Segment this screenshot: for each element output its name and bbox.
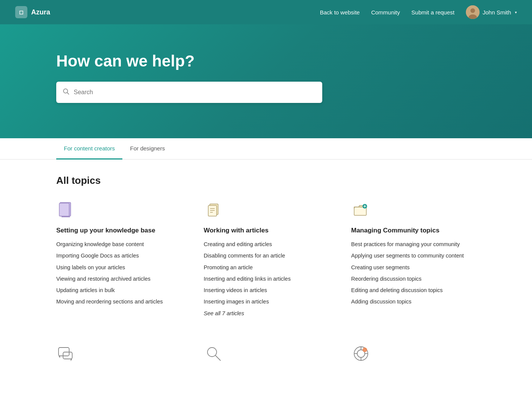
link-item[interactable]: Creating and editing articles — [204, 241, 272, 247]
topic-title-community: Managing Community topics — [351, 227, 476, 234]
link-item[interactable]: Viewing and restoring archived articles — [56, 276, 150, 282]
topic-card-lifesaver — [351, 344, 476, 370]
tabs-bar: For content creators For designers — [0, 138, 532, 160]
topic-title-knowledge-base: Setting up your knowledge base — [56, 227, 181, 234]
user-name: John Smith — [483, 9, 511, 16]
link-item[interactable]: Best practices for managing your communi… — [351, 241, 460, 247]
topic-card-working-articles: Working with articles Creating and editi… — [204, 200, 328, 321]
tab-designers[interactable]: For designers — [122, 138, 173, 160]
community-link[interactable]: Community — [371, 9, 400, 16]
svg-line-20 — [215, 356, 220, 360]
svg-point-27 — [363, 348, 367, 352]
link-item[interactable]: Disabling comments for an article — [204, 253, 285, 259]
search-bar[interactable] — [56, 82, 322, 103]
svg-rect-17 — [59, 348, 69, 356]
logo-icon: ◻ — [19, 9, 24, 15]
topic-title-working-articles: Working with articles — [204, 227, 328, 234]
topics-grid: Setting up your knowledge base Organizin… — [56, 200, 476, 321]
avatar — [466, 5, 480, 19]
topic-card-knowledge-base: Setting up your knowledge base Organizin… — [56, 200, 181, 321]
link-item[interactable]: Promoting an article — [204, 264, 253, 270]
chevron-down-icon: ▾ — [515, 10, 517, 14]
link-item[interactable]: Editing and deleting discussion topics — [351, 287, 443, 293]
search2-icon — [204, 344, 223, 363]
book-icon — [56, 200, 76, 220]
lifesaver-icon — [351, 344, 371, 363]
link-item[interactable]: Inserting and editing links in articles — [204, 276, 291, 282]
topic-card-search — [204, 344, 328, 370]
link-item[interactable]: Reordering discussion topics — [351, 276, 421, 282]
navbar: ◻ Azura Back to website Community Submit… — [0, 0, 532, 24]
nav-right: Back to website Community Submit a reque… — [320, 5, 517, 19]
svg-rect-6 — [59, 203, 69, 216]
hero-heading: How can we help? — [56, 52, 195, 70]
logo-box: ◻ — [15, 6, 27, 18]
svg-rect-9 — [208, 205, 217, 216]
link-item[interactable]: Importing Google Docs as articles — [56, 253, 139, 259]
community-folder-icon — [351, 200, 371, 220]
brand-name: Azura — [31, 8, 50, 16]
search-input[interactable] — [74, 89, 316, 96]
svg-rect-18 — [63, 352, 72, 359]
svg-point-1 — [470, 8, 475, 13]
main-content: All topics Setting up your knowledge bas… — [0, 160, 532, 386]
svg-line-4 — [67, 92, 69, 94]
back-to-website-link[interactable]: Back to website — [320, 9, 360, 16]
link-item[interactable]: Creating user segments — [351, 264, 410, 270]
topic-links-working-articles: Creating and editing articles Disabling … — [204, 240, 328, 317]
topic-links-knowledge-base: Organizing knowledge base content Import… — [56, 240, 181, 306]
chat-icon — [56, 344, 76, 363]
link-item[interactable]: Adding discussion topics — [351, 299, 412, 305]
link-item[interactable]: Organizing knowledge base content — [56, 241, 144, 247]
user-menu[interactable]: John Smith ▾ — [466, 5, 517, 19]
topic-card-community-topics: Managing Community topics Best practices… — [351, 200, 476, 321]
link-item[interactable]: Applying user segments to community cont… — [351, 253, 464, 259]
tab-content-creators[interactable]: For content creators — [56, 138, 122, 160]
link-item[interactable]: Moving and reordering sections and artic… — [56, 299, 163, 305]
nav-left: ◻ Azura — [15, 6, 50, 18]
submit-request-link[interactable]: Submit a request — [412, 9, 454, 16]
see-all-articles-link[interactable]: See all 7 articles — [204, 310, 244, 316]
articles-icon — [204, 200, 223, 220]
search-icon — [62, 88, 70, 97]
bottom-topics-row — [56, 344, 476, 370]
link-item[interactable]: Inserting images in articles — [204, 299, 269, 305]
link-item[interactable]: Inserting videos in articles — [204, 287, 267, 293]
link-item[interactable]: Updating articles in bulk — [56, 287, 115, 293]
topic-card-chat — [56, 344, 181, 370]
all-topics-title: All topics — [56, 175, 476, 186]
hero-section: How can we help? — [0, 24, 532, 138]
link-item[interactable]: Using labels on your articles — [56, 264, 125, 270]
topic-links-community: Best practices for managing your communi… — [351, 240, 476, 306]
